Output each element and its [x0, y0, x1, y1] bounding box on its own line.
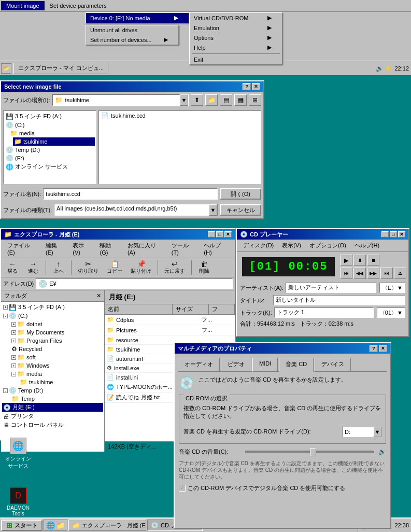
taskbar-explorer[interactable]: 📁 エクスプローラ - 月姫 (E): [68, 520, 146, 531]
expand-windows[interactable]: +: [11, 363, 16, 368]
dialog-newfolder-btn[interactable]: 📁: [205, 94, 218, 106]
copy-btn[interactable]: 📋 コピー: [104, 259, 125, 276]
expand-soft[interactable]: +: [11, 355, 16, 360]
expand-dotnet[interactable]: +: [11, 322, 16, 327]
pause-btn[interactable]: ⏸: [353, 255, 366, 266]
expand-media[interactable]: -: [11, 372, 16, 376]
prev-track-btn[interactable]: ⏮: [340, 268, 352, 279]
dialog-help-btn[interactable]: ?: [243, 83, 251, 90]
multimedia-help-btn[interactable]: ?: [370, 345, 378, 352]
tree-temp-d[interactable]: 💿 Temp (D:): [5, 146, 95, 154]
set-number-devices[interactable]: Set number of devices... ▶: [86, 35, 178, 45]
col-name[interactable]: 名前: [105, 304, 173, 314]
ftree-c[interactable]: - 💿 (C:): [2, 312, 103, 320]
online-services-icon-desktop[interactable]: 🌐 オンライン サービス: [3, 438, 34, 470]
cd-minimize[interactable]: _: [381, 231, 389, 237]
drive-combo-arrow[interactable]: ▼: [373, 427, 381, 437]
cd-maximize[interactable]: □: [390, 231, 397, 237]
cd-close[interactable]: ✕: [398, 231, 405, 237]
artist-input[interactable]: 新しいアーティスト: [286, 283, 376, 293]
daemon-tools-desktop[interactable]: D DAEMON Tools: [3, 487, 34, 516]
ftree-tsukihime[interactable]: 📁 tsukihime: [19, 378, 103, 386]
dialog-close-btn[interactable]: ✕: [252, 83, 260, 90]
folder-close-icon[interactable]: ✕: [96, 292, 101, 299]
play-btn[interactable]: ▶: [340, 255, 352, 266]
ftree-temp[interactable]: 📁 Temp: [10, 395, 103, 403]
ftree-mydocs[interactable]: + 📁 My Documents: [10, 328, 103, 337]
cd-menu-help[interactable]: ヘルプ(H): [350, 241, 384, 250]
unmount-all[interactable]: Unmount all drives: [86, 25, 178, 35]
virtual-cd-item[interactable]: Virtual CD/DVD-ROM ▶: [190, 13, 282, 23]
options-item[interactable]: Options ▶: [190, 33, 282, 43]
forward-btn[interactable]: → 進む: [24, 259, 42, 276]
ftree-windows[interactable]: + 📁 Windows: [10, 361, 103, 370]
start-button[interactable]: ⊞ スタート: [1, 520, 42, 531]
explorer-menu-go[interactable]: 移動(G): [95, 241, 123, 257]
tree-media[interactable]: 📁 media: [9, 129, 95, 137]
ftree-progfiles[interactable]: + 📁 Program Files: [10, 337, 103, 345]
tab-midi[interactable]: MIDI: [252, 358, 278, 372]
dialog-up-btn[interactable]: ⬆: [191, 94, 203, 106]
tab-music-cd[interactable]: 音楽 CD: [279, 358, 314, 372]
up-btn[interactable]: ↑ 上へ: [49, 259, 68, 276]
cd-menu-disk[interactable]: ディスク(D): [239, 241, 278, 250]
online-services-desktop[interactable]: 🌐 オンライン サービス: [3, 438, 34, 470]
explorer-menu-edit[interactable]: 編集(E): [41, 241, 68, 257]
explorer-menu-fav[interactable]: お気に入り(A): [123, 241, 167, 257]
filename-input[interactable]: [43, 188, 218, 200]
open-btn[interactable]: 開く(O): [220, 188, 261, 200]
location-combo-arrow[interactable]: ▼: [180, 94, 188, 106]
tree-floppy[interactable]: 💾 3.5 インチ FD (A:): [5, 112, 95, 121]
explorer-minimize[interactable]: _: [208, 231, 215, 237]
ftree-temp-d[interactable]: - 💿 Temp (D:): [2, 386, 103, 395]
file-row-pictures[interactable]: 📁Pictures フ...: [105, 325, 235, 335]
daemon-tools-icon[interactable]: D DAEMON Tools: [3, 487, 34, 516]
dialog-view3-btn[interactable]: ⊞: [249, 94, 261, 106]
explorer-menu-file[interactable]: ファイル(E): [3, 241, 41, 257]
ftree-media[interactable]: - 📁 media: [10, 370, 103, 378]
file-row-cdplus[interactable]: 📁Cdplus フ...: [105, 315, 235, 325]
explorer-menu-tools[interactable]: ツール(T): [167, 241, 200, 257]
tree-tsukihime[interactable]: 📁 tsukihime: [13, 137, 95, 146]
dialog-file-tree[interactable]: 💾 3.5 インチ FD (A:) 💿 (C:) 📁 media 📁 tsuki…: [3, 110, 96, 184]
volume-slider[interactable]: [245, 451, 374, 453]
tree-e-drive[interactable]: 💿 (E:): [5, 154, 95, 162]
emulation-item[interactable]: Emulation ▶: [190, 23, 282, 33]
ff-btn[interactable]: ▶▶: [367, 268, 379, 279]
dialog-file-list[interactable]: 📄 tsukihime.ccd: [98, 110, 261, 184]
menu-set-device[interactable]: Set device parameters: [45, 1, 112, 10]
ftree-printer[interactable]: 🖨 プリンタ: [2, 412, 103, 421]
dialog-view1-btn[interactable]: ▤: [220, 94, 232, 106]
drive-combo[interactable]: D:: [342, 427, 373, 437]
title-input[interactable]: 新しいタイトル: [273, 295, 405, 305]
digital-audio-checkbox[interactable]: ✓: [179, 485, 186, 492]
undo-btn[interactable]: ↩ 元に戻す: [161, 259, 188, 276]
expand-mydocs[interactable]: +: [11, 330, 16, 335]
delete-btn[interactable]: 🗑 削除: [195, 259, 214, 276]
artist-combo[interactable]: 〈E〉▼: [379, 283, 405, 293]
help-item[interactable]: Help ▶: [190, 43, 282, 52]
cd-menu-view[interactable]: 表示(V): [278, 241, 305, 250]
col-type[interactable]: フ: [209, 304, 235, 314]
col-size[interactable]: サイズ: [173, 304, 209, 314]
folder-tree[interactable]: + 💾 3.5 インチ FD (A:) - 💿 (C:) + 📁 dotnet: [1, 302, 104, 452]
ftree-recycled[interactable]: ♻ Recycled: [10, 345, 103, 353]
exit-item[interactable]: Exit: [190, 55, 282, 64]
explorer-menu-help[interactable]: ヘルプ(H): [200, 241, 233, 257]
ql-folder-icon[interactable]: 📁: [56, 521, 65, 529]
ftree-control-panel[interactable]: 🖥 コントロール パネル: [2, 421, 103, 429]
ftree-dotnet[interactable]: + 📁 dotnet: [10, 320, 103, 328]
dropdown-device-title[interactable]: Device 0: [E:] No media ▶: [86, 13, 189, 23]
explorer-menu-view[interactable]: 表示(V): [68, 241, 95, 257]
filetype-arrow[interactable]: ▼: [209, 204, 217, 216]
tab-devices[interactable]: デバイス: [315, 358, 351, 372]
next-btn[interactable]: ⏭: [380, 268, 393, 279]
filetype-combo[interactable]: All images (cue,iso,bwt,cdi,ccd,mds,pdi,…: [54, 204, 209, 216]
track-combo[interactable]: 〈01〉▼: [377, 307, 405, 318]
expand-temp-d[interactable]: -: [3, 388, 8, 393]
tree-online[interactable]: 🌐 オンライン サービス: [5, 162, 95, 171]
paste-btn[interactable]: 📌 貼り付け: [127, 259, 154, 276]
file-list-item-ccd[interactable]: 📄 tsukihime.ccd: [99, 111, 261, 120]
track-input[interactable]: トラック 1: [274, 307, 374, 318]
tab-video[interactable]: ビデオ: [221, 358, 251, 372]
